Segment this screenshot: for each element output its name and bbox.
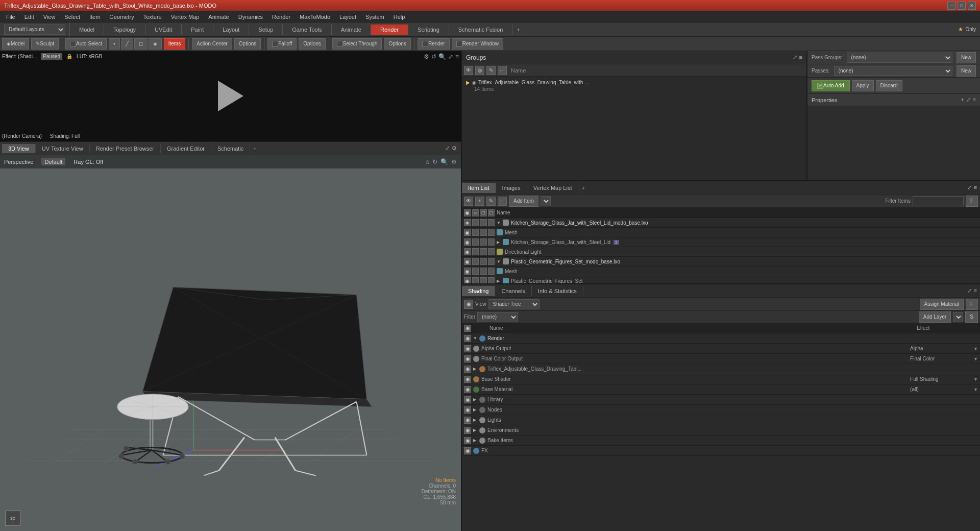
tab-layout[interactable]: Layout	[213, 25, 249, 35]
props-more-icon[interactable]: ≡	[973, 96, 976, 103]
add-tab-btn[interactable]: +	[512, 25, 524, 35]
menu-maxtomodo[interactable]: MaxToModo	[296, 13, 334, 21]
row6-arrow[interactable]: ▶	[497, 279, 501, 283]
shade-alpha-dd[interactable]: ▼	[973, 346, 978, 351]
tab-uvedit[interactable]: UVEdit	[145, 25, 182, 35]
shade-row-library[interactable]: ◉ ▶ Library	[462, 395, 980, 405]
shade-row-triflex[interactable]: ◉ ▶ Triflex_Adjustable_Glass_Drawing_Tab…	[462, 364, 980, 374]
options-btn2[interactable]: Options	[299, 38, 325, 50]
shade-bm-dd[interactable]: ▼	[973, 387, 978, 392]
home-icon[interactable]: ⌂	[426, 158, 429, 165]
items-btn[interactable]: Items	[164, 38, 185, 50]
menu-dynamics[interactable]: Dynamics	[234, 13, 267, 21]
menu-render[interactable]: Render	[268, 13, 295, 21]
menu-texture[interactable]: Texture	[139, 13, 166, 21]
maximize-btn[interactable]: □	[958, 2, 966, 10]
viewport-3d[interactable]: Perspective Default Ray GL: Off ⌂ ↻ 🔍 ⚙	[0, 155, 461, 531]
expand-vp-icon[interactable]: ⤢	[445, 145, 450, 152]
il-col-lock[interactable]: □	[488, 209, 495, 216]
menu-select[interactable]: Select	[60, 13, 84, 21]
sculpt-mode-btn[interactable]: ✎ Sculpt	[31, 38, 59, 50]
menu-view[interactable]: View	[39, 13, 60, 21]
shade-row-finalcolor[interactable]: ◉ Final Color Output Final Color ▼	[462, 354, 980, 364]
item-row-2[interactable]: ◉ ▶ Kitchen_Storage_Glass_Jar_with_Steel…	[462, 237, 980, 247]
groups-edit-btn[interactable]: ✎	[486, 66, 496, 75]
menu-animate[interactable]: Animate	[204, 13, 233, 21]
options-btn3[interactable]: Options	[384, 38, 410, 50]
only-btn[interactable]: Only	[965, 27, 976, 32]
style-label[interactable]: Default	[41, 158, 65, 165]
groups-expand-icon[interactable]: ⤢	[793, 54, 797, 61]
layout-preset-select[interactable]: Default Layouts	[4, 25, 65, 35]
sel-vertices-btn[interactable]: ▪	[109, 38, 120, 50]
shade-render-arrow[interactable]: ▼	[473, 336, 477, 341]
row3-eye[interactable]: ◉	[464, 248, 471, 255]
vp-tab-schematic[interactable]: Schematic	[211, 144, 250, 153]
shade-bs-dd[interactable]: ▼	[973, 377, 978, 382]
sh-tab-shading[interactable]: Shading	[462, 286, 495, 296]
tab-animate[interactable]: Animate	[332, 25, 371, 35]
item-row-5[interactable]: ◉ Mesh	[462, 267, 980, 276]
il-dots-btn[interactable]: ⋯	[498, 197, 507, 206]
shade-lights-eye[interactable]: ◉	[464, 417, 471, 424]
view-select[interactable]: Shader Tree	[488, 299, 540, 309]
group-item-triflex[interactable]: ▶ ◉ Triflex_Adjustable_Glass_Drawing_Tab…	[464, 79, 804, 86]
row0-arrow[interactable]: ▼	[497, 221, 501, 225]
props-expand-icon[interactable]: ⤢	[966, 96, 971, 103]
tab-gametools[interactable]: Game Tools	[283, 25, 332, 35]
menu-geometry[interactable]: Geometry	[105, 13, 138, 21]
row6-eye[interactable]: ◉	[464, 277, 471, 283]
add-item-btn[interactable]: Add Item	[509, 196, 538, 207]
shading-s-btn[interactable]: S	[965, 311, 978, 323]
item-row-3[interactable]: ◉ Directional Light	[462, 247, 980, 257]
il-col-eye2[interactable]: ○	[472, 209, 479, 216]
discard-btn[interactable]: Discard	[876, 80, 902, 91]
sel-materials-btn[interactable]: ◈	[149, 38, 162, 50]
il-eye-btn[interactable]: 👁	[464, 197, 473, 206]
shade-row-bake[interactable]: ◉ ▶ Bake Items	[462, 436, 980, 446]
il-col-edit2[interactable]: □	[480, 209, 487, 216]
row2-arrow[interactable]: ▶	[497, 240, 501, 245]
vp-tab-renderpre[interactable]: Render Preset Browser	[90, 144, 161, 153]
item-row-6[interactable]: ◉ ▶ Plastic_Geometric_Figures_Set	[462, 276, 980, 283]
sh-tab-info[interactable]: Info & Statistics	[532, 286, 583, 296]
shading-eye-btn[interactable]: ◉	[464, 300, 473, 309]
passes-new-btn[interactable]: New	[957, 65, 976, 77]
sel-polys-btn[interactable]: ◻	[134, 38, 148, 50]
row0-eye[interactable]: ◉	[464, 219, 471, 226]
apply-btn[interactable]: Apply	[852, 80, 874, 91]
auto-add-btn[interactable]: ✓ Auto Add	[812, 80, 850, 91]
pass-groups-select[interactable]: (none)	[847, 53, 952, 63]
render-window-btn[interactable]: Render Window	[452, 38, 503, 50]
il-more-icon[interactable]: ≡	[974, 184, 977, 191]
menu-help[interactable]: Help	[389, 13, 409, 21]
shade-triflex-eye[interactable]: ◉	[464, 366, 471, 373]
options-btn1[interactable]: Options	[234, 38, 261, 50]
shading-expand-icon[interactable]: ⤢	[967, 287, 972, 294]
shade-alpha-eye[interactable]: ◉	[464, 345, 471, 352]
il-f-btn[interactable]: F	[966, 196, 978, 207]
row5-eye[interactable]: ◉	[464, 268, 471, 275]
vp-tab-3dview[interactable]: 3D View	[2, 144, 36, 153]
zoom-icon[interactable]: 🔍	[438, 53, 446, 60]
tab-topology[interactable]: Topology	[104, 25, 145, 35]
shade-fx-eye[interactable]: ◉	[464, 447, 471, 454]
shade-fc-dd[interactable]: ▼	[973, 356, 978, 361]
filter-items-input[interactable]	[913, 196, 964, 206]
shading-col-eye[interactable]: ◉	[464, 325, 471, 332]
shade-nodes-eye[interactable]: ◉	[464, 406, 471, 414]
shade-row-lights[interactable]: ◉ ▶ Lights	[462, 415, 980, 425]
vp-settings-icon[interactable]: ⚙	[452, 145, 457, 152]
tab-model[interactable]: Model	[70, 25, 104, 35]
item-row-1[interactable]: ◉ Mesh	[462, 228, 980, 237]
shade-bake-eye[interactable]: ◉	[464, 437, 471, 444]
assign-material-btn[interactable]: Assign Material	[920, 299, 964, 310]
menu-item[interactable]: Item	[85, 13, 104, 21]
tab-paint[interactable]: Paint	[182, 25, 213, 35]
il-expand-icon[interactable]: ⤢	[967, 184, 972, 191]
tab-scripting[interactable]: Scripting	[408, 25, 449, 35]
more-icon[interactable]: ≡	[455, 53, 459, 60]
close-btn[interactable]: ✕	[968, 2, 976, 10]
shade-lib-arrow[interactable]: ▶	[473, 397, 477, 402]
menu-file[interactable]: File	[2, 13, 19, 21]
